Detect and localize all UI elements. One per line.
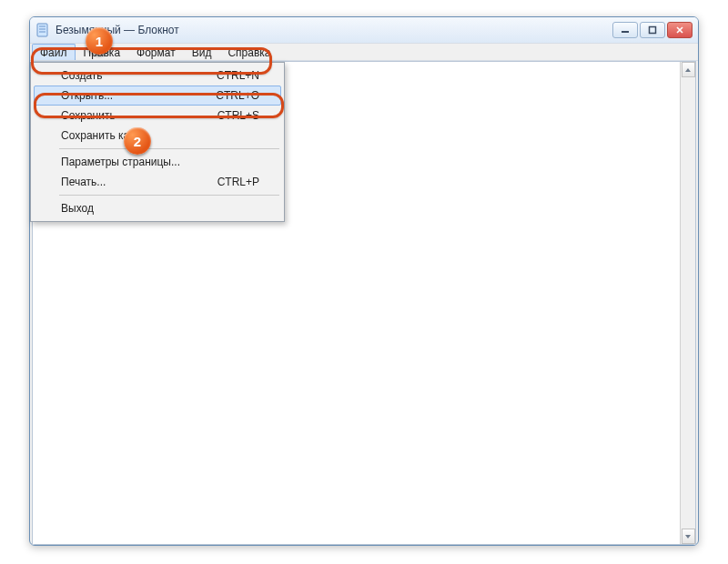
menu-item-new[interactable]: Создать CTRL+N (34, 65, 281, 86)
vertical-scrollbar[interactable] (680, 62, 695, 544)
svg-rect-0 (37, 24, 47, 36)
menu-item-shortcut: CTRL+O (216, 89, 259, 102)
menu-item-label: Сохранить как... (61, 129, 259, 142)
menu-view[interactable]: Вид (184, 44, 220, 60)
svg-marker-9 (685, 535, 691, 539)
maximize-button[interactable] (640, 22, 665, 38)
menu-item-label: Открыть... (61, 89, 216, 102)
menu-help[interactable]: Справка (219, 44, 278, 60)
menu-item-shortcut: CTRL+S (217, 109, 259, 122)
menu-item-label: Создать (61, 69, 217, 82)
menubar: Файл Правка Формат Вид Справка (30, 43, 698, 61)
scroll-down-button[interactable] (682, 529, 695, 544)
menu-item-shortcut: CTRL+N (217, 69, 259, 82)
svg-marker-8 (685, 68, 691, 72)
menu-item-page-setup[interactable]: Параметры страницы... (34, 152, 281, 172)
menu-item-exit[interactable]: Выход (34, 198, 281, 218)
file-menu-dropdown: Создать CTRL+N Открыть... CTRL+O Сохрани… (30, 62, 285, 222)
close-button[interactable] (667, 22, 693, 38)
menu-separator (59, 195, 279, 196)
scroll-up-button[interactable] (682, 62, 695, 77)
menu-item-print[interactable]: Печать... CTRL+P (34, 172, 281, 192)
menu-item-label: Параметры страницы... (61, 156, 259, 168)
window-controls (612, 22, 693, 38)
menu-item-label: Сохранить (61, 109, 217, 122)
menu-item-label: Выход (61, 202, 259, 215)
menu-format[interactable]: Формат (128, 44, 184, 60)
menu-file[interactable]: Файл (32, 44, 76, 60)
titlebar[interactable]: Безымянный — Блокнот (30, 17, 698, 43)
minimize-button[interactable] (612, 22, 638, 38)
menu-edit[interactable]: Правка (76, 44, 129, 60)
menu-item-shortcut: CTRL+P (217, 176, 259, 188)
svg-rect-5 (650, 27, 656, 34)
menu-item-open[interactable]: Открыть... CTRL+O (34, 86, 281, 106)
notepad-icon (35, 23, 50, 37)
menu-item-save[interactable]: Сохранить CTRL+S (34, 106, 281, 126)
menu-item-label: Печать... (61, 176, 217, 188)
menu-item-save-as[interactable]: Сохранить как... (34, 126, 281, 146)
window-title: Безымянный — Блокнот (56, 24, 612, 36)
menu-separator (59, 148, 279, 149)
